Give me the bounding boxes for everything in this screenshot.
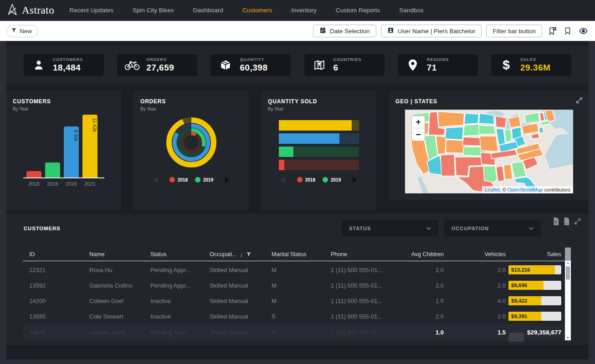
- kpi-label: QUANTITY: [240, 57, 267, 62]
- dashboard-content: CUSTOMERS 18,484 ORDERS 27,659 QUANTITY …: [6, 41, 589, 359]
- kpi-orders: ORDERS 27,659: [117, 54, 197, 76]
- table-title: CUSTOMERS: [24, 226, 60, 231]
- legend-next-icon[interactable]: [225, 177, 230, 183]
- nav-item-inventory[interactable]: Inventory: [282, 0, 326, 21]
- bookmark-add-icon[interactable]: [547, 25, 558, 36]
- filter-bar-label: Filter bar button: [492, 28, 536, 35]
- ghost-id: 14830: [23, 329, 83, 336]
- nav-item-customers[interactable]: Customers: [233, 0, 282, 21]
- chart-subtitle: By Year: [268, 106, 283, 111]
- calendar-icon: [319, 27, 326, 35]
- table-row[interactable]: 12321Rosa HuPending Appr...Skilled Manua…: [23, 262, 565, 278]
- user-button-label: User Name | Piers Batchelor: [398, 28, 476, 35]
- table-body: 12321Rosa HuPending Appr...Skilled Manua…: [23, 262, 565, 324]
- ghost-status: Pending Appr...: [144, 329, 203, 336]
- brand[interactable]: Astrato: [6, 3, 54, 18]
- map-zoom-control: + −: [411, 116, 425, 141]
- quantity-legend: 2018 2019: [262, 177, 376, 183]
- col-id[interactable]: ID: [23, 251, 83, 258]
- col-vehicles[interactable]: Vehicles: [444, 251, 506, 258]
- nav-item-recent-updates[interactable]: Recent Updates: [60, 0, 123, 21]
- box-icon: [217, 59, 234, 71]
- bar-2019[interactable]: [45, 162, 60, 177]
- new-chip-label: New: [20, 28, 32, 35]
- astrato-logo-icon: [6, 3, 18, 18]
- new-filter-chip[interactable]: New: [6, 25, 38, 37]
- col-name[interactable]: Name: [83, 251, 144, 258]
- leaflet-link[interactable]: Leaflet: [485, 187, 500, 192]
- kpi-regions: REGIONS 71: [398, 54, 478, 76]
- customers-chart-card: CUSTOMERS By Year 9.30k 11.42k 201820192…: [6, 91, 121, 210]
- kpi-value: 71: [427, 63, 449, 73]
- dollar-icon: $: [498, 58, 514, 72]
- table-scrollbar[interactable]: ▲ ▼: [565, 261, 571, 340]
- bar-chart[interactable]: 9.30k 11.42k: [23, 115, 104, 178]
- chart-title: CUSTOMERS: [13, 98, 51, 105]
- kpi-label: CUSTOMERS: [53, 57, 83, 62]
- hbar-2021[interactable]: [279, 120, 359, 131]
- expand-icon[interactable]: [574, 217, 581, 227]
- date-selection-button[interactable]: Date Selection: [313, 25, 376, 37]
- chart-subtitle: By Year: [140, 106, 156, 111]
- zoom-out-button[interactable]: −: [412, 128, 425, 141]
- table-row[interactable]: 14200Colleen GoelInactiveSkilled ManualM…: [23, 293, 565, 308]
- col-marital-status[interactable]: Marital Status: [265, 251, 324, 258]
- sort-desc-icon[interactable]: ↓: [240, 251, 243, 258]
- col-phone[interactable]: Phone: [324, 251, 398, 258]
- sales-bar: $13,216: [508, 265, 561, 274]
- eye-icon[interactable]: [578, 25, 589, 36]
- nav-item-custom-reports[interactable]: Custom Reports: [326, 0, 390, 21]
- zoom-in-button[interactable]: +: [412, 116, 425, 128]
- legend-item-2018[interactable]: 2018: [297, 177, 315, 182]
- hbar-2019[interactable]: [279, 147, 359, 157]
- toolbar: New Date Selection User Name | Piers Bat…: [0, 21, 595, 41]
- legend-item-2019[interactable]: 2019: [323, 177, 341, 182]
- legend-item-2018[interactable]: 2018: [169, 177, 188, 182]
- filter-bar-button[interactable]: Filter bar button: [486, 25, 542, 37]
- kpi-value: 29.36M: [520, 63, 550, 73]
- orders-legend: 2018 2019: [134, 177, 249, 183]
- expand-icon[interactable]: [575, 96, 583, 106]
- nav-item-dashboard[interactable]: Dashboard: [184, 0, 233, 21]
- scroll-up-icon[interactable]: ▲: [566, 261, 569, 265]
- scrollbar-thumb[interactable]: [566, 266, 570, 280]
- occupation-filter-dropdown[interactable]: OCCUPATION: [444, 220, 541, 237]
- table-row[interactable]: 13592Gabriella CollinsPending Appr...Ski…: [23, 278, 565, 293]
- export-excel-icon[interactable]: X: [553, 217, 559, 227]
- total-vehicles: 1.5: [444, 329, 506, 336]
- geo-map-card: GEO | STATES + −: [389, 91, 589, 200]
- ghost-phone: 1 (11) 500 555-01...: [324, 329, 398, 336]
- bar-2020[interactable]: 9.30k: [64, 126, 79, 177]
- leaflet-map[interactable]: + −: [405, 110, 573, 193]
- hbar-2020[interactable]: [279, 133, 359, 144]
- scroll-down-icon[interactable]: ▼: [566, 336, 569, 340]
- col-avg-children[interactable]: Avg Children: [398, 251, 444, 258]
- chevron-down-icon: [528, 225, 534, 232]
- table-row[interactable]: 13595Cole StewartInactiveSkilled ManualS…: [23, 308, 565, 324]
- bar-2021[interactable]: 11.42k: [82, 115, 97, 177]
- kpi-countries: COUNTRIES 6: [304, 54, 385, 76]
- hbar-2018[interactable]: [279, 160, 359, 170]
- col-occupation[interactable]: Occupati... ↓: [203, 251, 265, 258]
- user-badge-icon: [387, 27, 394, 35]
- bar-value-label: 9.30k: [64, 130, 79, 142]
- legend-prev-icon[interactable]: [153, 177, 158, 183]
- col-sales[interactable]: Sales: [506, 251, 565, 258]
- user-button[interactable]: User Name | Piers Batchelor: [381, 25, 482, 37]
- bookmark-icon[interactable]: [562, 25, 573, 36]
- filter-funnel-icon[interactable]: [246, 252, 251, 257]
- funnel-icon: [11, 27, 17, 35]
- hbar-chart[interactable]: [279, 120, 359, 170]
- status-filter-dropdown[interactable]: STATUS: [342, 220, 438, 237]
- legend-prev-icon[interactable]: [281, 177, 285, 183]
- occupation-filter-label: OCCUPATION: [451, 226, 489, 231]
- nav-item-sandbox[interactable]: Sandbox: [390, 0, 433, 21]
- legend-next-icon[interactable]: [353, 177, 357, 183]
- legend-item-2019[interactable]: 2019: [195, 177, 213, 182]
- osm-link[interactable]: OpenStreetMap: [508, 187, 543, 192]
- bar-2018[interactable]: [26, 171, 41, 177]
- nav-item-spin-city-bikes[interactable]: Spin City Bikes: [123, 0, 184, 21]
- col-status[interactable]: Status: [144, 251, 203, 258]
- radial-chart[interactable]: [144, 112, 239, 174]
- export-csv-icon[interactable]: ,: [563, 217, 570, 227]
